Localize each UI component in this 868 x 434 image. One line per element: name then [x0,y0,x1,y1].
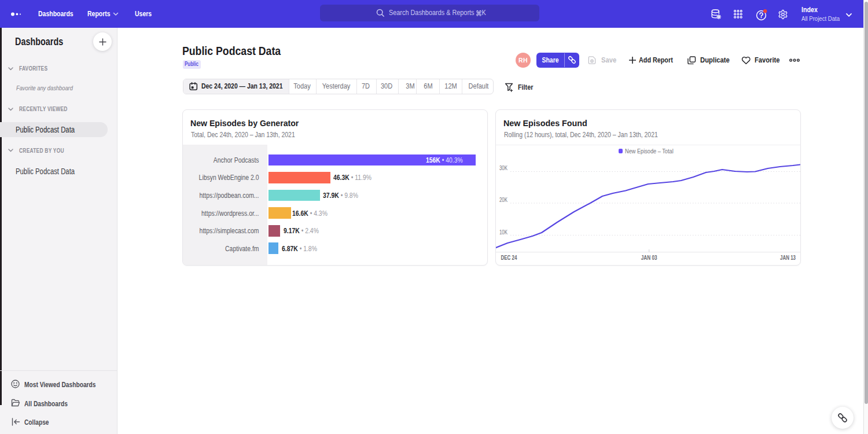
svg-text:DEC 24: DEC 24 [501,254,517,261]
svg-text:30K: 30K [499,164,507,171]
svg-text:JAN 03: JAN 03 [641,254,657,261]
svg-text:JAN 13: JAN 13 [780,254,796,261]
svg-text:10K: 10K [499,229,507,236]
svg-text:20K: 20K [499,196,507,203]
